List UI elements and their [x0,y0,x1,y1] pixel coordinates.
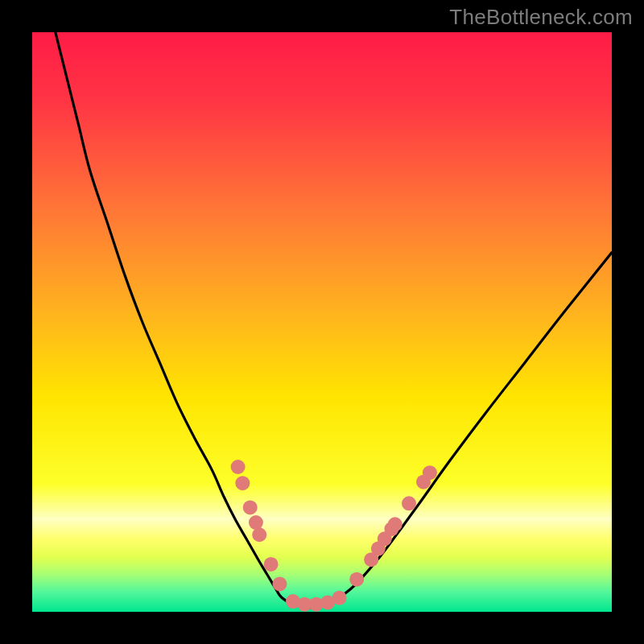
data-point [423,465,437,480]
data-point [332,591,347,605]
data-point [402,496,416,510]
chart-curves [32,32,612,612]
bottleneck-curve [56,32,612,608]
data-point [249,515,263,530]
plot-area [32,32,612,612]
data-point [388,517,402,531]
chart-frame: TheBottleneck.com [0,0,644,644]
data-point [235,476,250,490]
data-point [243,500,258,514]
data-point [252,527,266,542]
data-point [349,572,364,587]
watermark-text: TheBottleneck.com [449,5,633,30]
data-point [272,576,287,591]
data-point [231,460,246,474]
data-point [264,557,279,572]
